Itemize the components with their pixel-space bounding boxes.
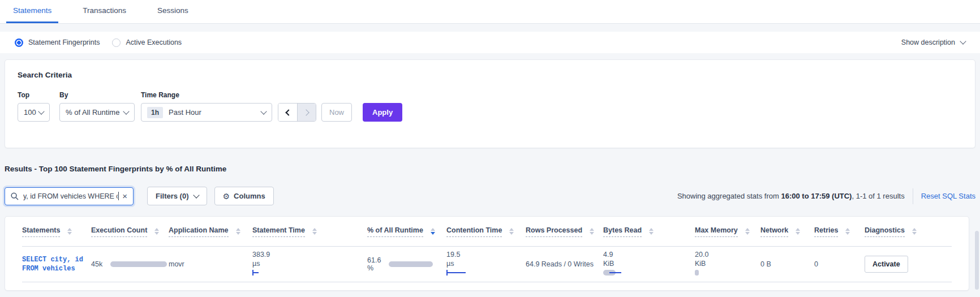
apply-button[interactable]: Apply (363, 103, 402, 122)
radio-selected-icon (15, 38, 23, 47)
max-memory-bar (695, 270, 699, 276)
contention-time-bar (446, 270, 466, 276)
next-time-button[interactable] (297, 104, 316, 121)
time-range-badge: 1h (147, 107, 163, 118)
search-criteria-card: Search Criteria Top 100 By % of All Runt… (5, 59, 975, 148)
show-description-label: Show description (901, 38, 955, 46)
columns-button-label: Columns (234, 192, 265, 200)
radio-label: Active Executions (126, 38, 182, 46)
chevron-down-icon (960, 38, 966, 44)
search-input-value: y, id FROM vehicles WHERE city = $1 (23, 192, 118, 200)
cell-statement-time: 383.9 µs (252, 247, 367, 282)
sort-icon[interactable] (236, 228, 240, 235)
cell-pct-all-runtime: 61.6 % (367, 247, 446, 282)
col-header-bytes-read: Bytes Read (603, 217, 695, 246)
col-header-diagnostics: Diagnostics (865, 217, 952, 246)
divider (913, 188, 913, 204)
cell-max-memory: 20.0 KiB (695, 247, 760, 282)
stats-time-range: 16:00 to 17:59 (UTC) (781, 192, 852, 200)
cell-network: 0 B (760, 247, 814, 282)
scrollbar-thumb[interactable] (975, 231, 979, 290)
cell-execution-count: 45k (91, 247, 169, 282)
show-description-toggle[interactable]: Show description (901, 38, 965, 46)
chevron-down-icon (38, 108, 44, 114)
statement-fingerprint-link[interactable]: SELECT city, id FROM vehicles (22, 255, 89, 273)
view-toggle-bar: Statement Fingerprints Active Executions… (0, 32, 980, 53)
now-button[interactable]: Now (321, 103, 352, 122)
search-input[interactable]: y, id FROM vehicles WHERE city = $1 × (5, 187, 134, 205)
prev-time-button[interactable] (278, 104, 297, 121)
sort-icon[interactable] (590, 228, 594, 235)
statement-time-bar (252, 270, 259, 276)
sort-icon[interactable] (154, 228, 159, 235)
col-header-max-memory: Max Memory (695, 217, 760, 246)
chevron-down-icon (123, 108, 129, 114)
top-select-value: 100 (24, 108, 36, 117)
cell-bytes-read: 4.9 KiB (603, 247, 695, 282)
col-header-statements: Statements (22, 217, 91, 246)
chevron-down-icon (260, 108, 267, 114)
clear-search-icon[interactable]: × (119, 191, 127, 201)
results-table-card: Statements Execution Count Application N… (5, 216, 969, 291)
bytes-read-bar (603, 270, 626, 276)
results-heading: Results - Top 100 Statement Fingerprints… (5, 165, 975, 173)
sort-icon[interactable] (912, 228, 917, 235)
col-header-retries: Retries (814, 217, 865, 246)
sort-icon[interactable] (509, 228, 514, 235)
tab-transactions[interactable]: Transactions (76, 0, 133, 23)
filters-button[interactable]: Filters (0) (147, 187, 207, 205)
col-header-execution-count: Execution Count (91, 217, 169, 246)
col-header-application-name: Application Name (169, 217, 252, 246)
aggregated-stats-text: Showing aggregated stats from 16:00 to 1… (677, 192, 905, 200)
table-row: SELECT city, id FROM vehicles 45k movr 3… (22, 247, 952, 282)
sort-icon-active-desc[interactable] (431, 228, 435, 235)
radio-statement-fingerprints[interactable]: Statement Fingerprints (15, 38, 100, 47)
by-label: By (59, 91, 135, 99)
cell-contention-time: 19.5 µs (446, 247, 526, 282)
cell-diagnostics: Activate (865, 247, 952, 282)
search-icon (11, 192, 19, 200)
sort-icon[interactable] (796, 228, 800, 235)
col-header-rows-processed: Rows Processed (526, 217, 603, 246)
search-criteria-title: Search Criteria (18, 71, 962, 79)
by-select-value: % of All Runtime (66, 108, 119, 117)
radio-active-executions[interactable]: Active Executions (112, 38, 182, 47)
sort-icon[interactable] (745, 228, 750, 235)
execution-count-bar (110, 261, 167, 267)
results-controls-row: y, id FROM vehicles WHERE city = $1 × Fi… (5, 187, 975, 205)
sort-icon[interactable] (67, 228, 72, 235)
time-pager (278, 103, 316, 122)
cell-application-name: movr (169, 247, 252, 282)
activate-diagnostics-button[interactable]: Activate (865, 256, 908, 273)
sort-icon[interactable] (312, 228, 317, 235)
chevron-left-icon (285, 109, 291, 115)
table-header-row: Statements Execution Count Application N… (22, 217, 952, 247)
chevron-right-icon (303, 109, 309, 115)
by-select[interactable]: % of All Runtime (59, 103, 135, 122)
sort-icon[interactable] (649, 228, 654, 235)
top-select[interactable]: 100 (18, 103, 50, 122)
cell-statement: SELECT city, id FROM vehicles (22, 247, 91, 282)
sort-icon[interactable] (845, 228, 850, 235)
radio-label: Statement Fingerprints (28, 38, 100, 46)
gear-icon: ⚙ (223, 192, 230, 200)
columns-button[interactable]: ⚙ Columns (214, 187, 274, 205)
filters-button-label: Filters (0) (156, 192, 189, 200)
reset-sql-stats-link[interactable]: Reset SQL Stats (921, 192, 975, 200)
col-header-network: Network (760, 217, 814, 246)
chevron-down-icon (193, 192, 199, 198)
tab-statements[interactable]: Statements (6, 0, 58, 23)
col-header-statement-time: Statement Time (252, 217, 367, 246)
col-header-pct-all-runtime: % of All Runtime (367, 217, 446, 246)
cell-retries: 0 (814, 247, 865, 282)
tab-sessions[interactable]: Sessions (151, 0, 195, 23)
time-range-value: Past Hour (169, 108, 201, 117)
radio-unselected-icon (112, 38, 121, 47)
time-range-label: Time Range (141, 91, 272, 99)
col-header-contention-time: Contention Time (446, 217, 526, 246)
top-tab-bar: Statements Transactions Sessions (0, 0, 980, 24)
time-range-select[interactable]: 1h Past Hour (141, 103, 272, 122)
top-label: Top (18, 91, 50, 99)
runtime-bar (389, 261, 433, 267)
cell-rows-processed: 64.9 Reads / 0 Writes (526, 247, 603, 282)
